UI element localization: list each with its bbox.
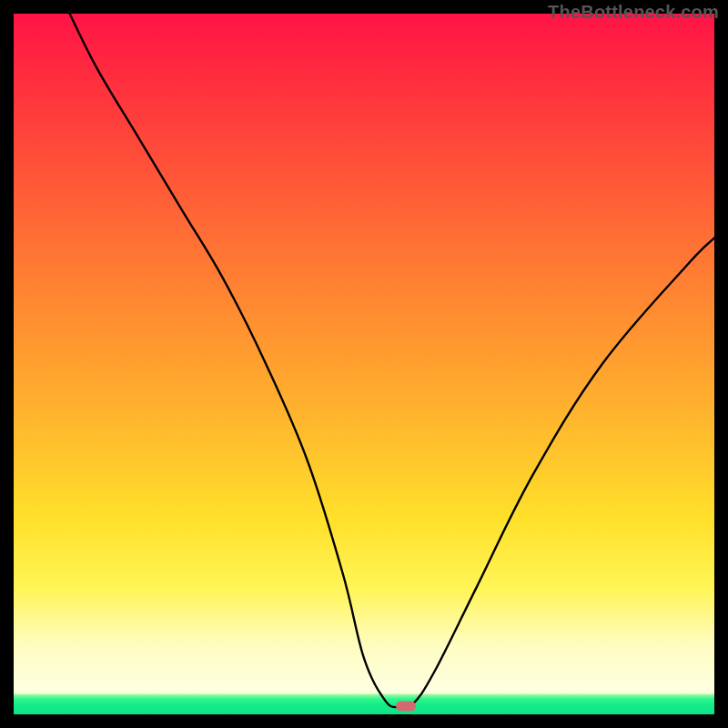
chart-frame: TheBottleneck.com (0, 0, 728, 728)
dip-marker (396, 701, 416, 711)
plot-area (14, 14, 714, 714)
watermark-text: TheBottleneck.com (548, 2, 719, 23)
bottleneck-curve (14, 14, 714, 714)
